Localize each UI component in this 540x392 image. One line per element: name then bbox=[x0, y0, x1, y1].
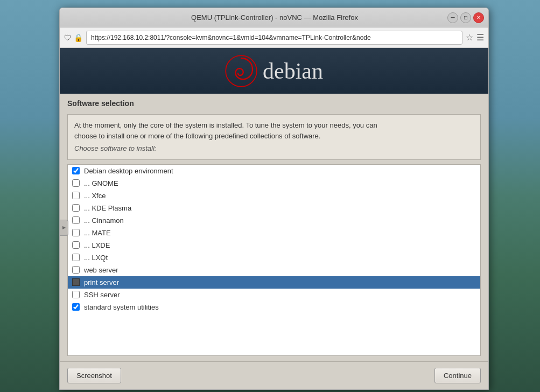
list-item[interactable]: ... Cinnamon bbox=[68, 214, 480, 227]
list-item[interactable]: web server bbox=[68, 264, 480, 276]
debian-logo: debian bbox=[225, 55, 323, 87]
software-checkbox[interactable] bbox=[72, 167, 80, 174]
list-item[interactable]: ... KDE Plasma bbox=[68, 202, 480, 214]
software-label: ... Cinnamon bbox=[84, 216, 124, 225]
vnc-main-content: Software selection At the moment, only t… bbox=[60, 94, 488, 361]
software-label: Debian desktop environment bbox=[84, 167, 173, 175]
software-checkbox[interactable] bbox=[72, 254, 80, 261]
shield-icon: 🛡 bbox=[64, 33, 72, 42]
address-icons: 🛡 🔒 bbox=[64, 33, 83, 42]
choose-label: Choose software to install: bbox=[74, 143, 474, 154]
address-input[interactable] bbox=[86, 31, 462, 45]
list-item[interactable]: standard system utilities bbox=[68, 301, 480, 313]
bottom-bar: Screenshot Continue bbox=[60, 361, 488, 389]
list-item[interactable]: Debian desktop environment bbox=[68, 165, 480, 177]
bookmark-icon[interactable]: ☆ bbox=[466, 32, 473, 43]
title-bar: QEMU (TPLink-Controller) - noVNC — Mozil… bbox=[60, 8, 488, 27]
list-item[interactable]: SSH server bbox=[68, 289, 480, 301]
lock-icon: 🔒 bbox=[74, 33, 83, 42]
software-label: ... GNOME bbox=[84, 179, 118, 187]
list-item[interactable]: ... GNOME bbox=[68, 177, 480, 190]
software-label: standard system utilities bbox=[84, 303, 159, 311]
minimize-button[interactable]: ─ bbox=[447, 12, 458, 23]
debian-logo-text: debian bbox=[263, 58, 323, 84]
software-checkbox[interactable] bbox=[72, 204, 80, 212]
scroll-handle[interactable] bbox=[60, 220, 68, 236]
software-checkbox[interactable] bbox=[72, 278, 80, 286]
list-item[interactable]: ... MATE bbox=[68, 227, 480, 239]
info-box: At the moment, only the core of the syst… bbox=[67, 114, 481, 160]
list-item[interactable]: ... Xfce bbox=[68, 190, 480, 202]
browser-window: QEMU (TPLink-Controller) - noVNC — Mozil… bbox=[59, 8, 489, 390]
list-item[interactable]: print server bbox=[68, 276, 480, 289]
window-title: QEMU (TPLink-Controller) - noVNC — Mozil… bbox=[102, 13, 447, 22]
continue-button[interactable]: Continue bbox=[434, 368, 481, 383]
software-label: print server bbox=[84, 278, 119, 286]
window-controls: ─ □ ✕ bbox=[447, 12, 484, 23]
list-item[interactable]: ... LXQt bbox=[68, 251, 480, 264]
info-line2: choose to install one or more of the fol… bbox=[74, 131, 474, 142]
software-label: web server bbox=[84, 266, 118, 274]
address-bar: 🛡 🔒 ☆ ☰ bbox=[60, 27, 488, 48]
menu-icon[interactable]: ☰ bbox=[476, 32, 484, 43]
software-checkbox[interactable] bbox=[72, 241, 80, 249]
software-label: ... Xfce bbox=[84, 192, 106, 200]
software-list: Debian desktop environment... GNOME... X… bbox=[67, 164, 481, 356]
maximize-button[interactable]: □ bbox=[460, 12, 471, 23]
close-button[interactable]: ✕ bbox=[473, 12, 484, 23]
software-checkbox[interactable] bbox=[72, 266, 80, 274]
software-label: ... LXDE bbox=[84, 241, 110, 249]
list-item[interactable]: ... LXDE bbox=[68, 239, 480, 251]
software-label: ... MATE bbox=[84, 229, 111, 237]
section-title: Software selection bbox=[67, 99, 481, 108]
software-checkbox[interactable] bbox=[72, 216, 80, 224]
vnc-header: debian bbox=[60, 48, 488, 94]
software-checkbox[interactable] bbox=[72, 192, 80, 199]
software-checkbox[interactable] bbox=[72, 179, 80, 187]
software-checkbox[interactable] bbox=[72, 291, 80, 298]
software-checkbox[interactable] bbox=[72, 303, 80, 311]
software-label: SSH server bbox=[84, 291, 120, 299]
software-checkbox[interactable] bbox=[72, 229, 80, 236]
info-line1: At the moment, only the core of the syst… bbox=[74, 120, 474, 131]
debian-swirl-icon bbox=[225, 55, 257, 87]
screenshot-button[interactable]: Screenshot bbox=[67, 368, 121, 383]
software-label: ... KDE Plasma bbox=[84, 204, 131, 212]
software-label: ... LXQt bbox=[84, 254, 108, 262]
